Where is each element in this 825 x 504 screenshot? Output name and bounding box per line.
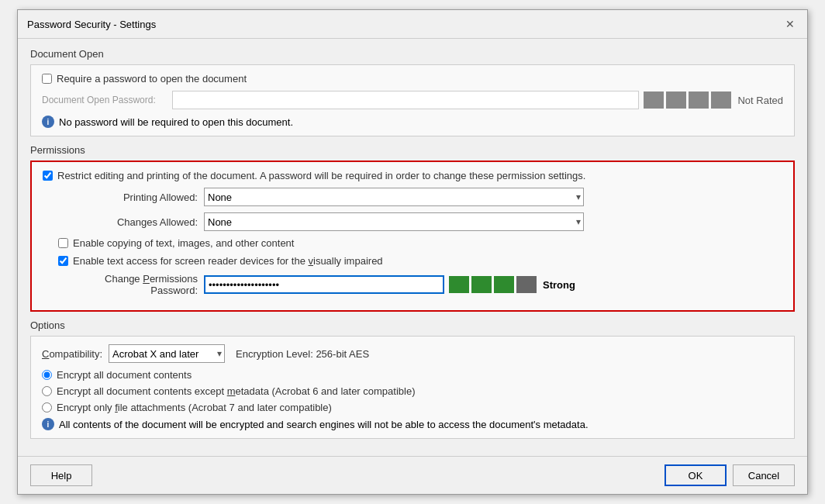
strength-bar-1 (644, 91, 664, 109)
encrypt-all-row: Encrypt all document contents (42, 369, 783, 381)
changes-row: Changes Allowed: None Inserting, deletin… (58, 212, 782, 231)
permissions-strength-bars (449, 276, 537, 293)
restrict-label: Restrict editing and printing of the doc… (57, 170, 585, 181)
require-password-label: Require a password to open the document (57, 73, 247, 85)
enable-copy-checkbox[interactable] (58, 238, 68, 248)
permissions-password-row: Change Permissions Password: Strong (58, 273, 782, 296)
document-open-label: Document Open (30, 48, 795, 60)
options-info-icon: i (42, 418, 54, 430)
changes-select-wrapper: None Inserting, deleting, and rotating p… (204, 212, 584, 231)
encrypt-all-radio[interactable] (42, 370, 52, 380)
changes-label: Changes Allowed: (58, 216, 198, 228)
encrypt-attachments-label: Encrypt only file attachments (Acrobat 7… (57, 402, 332, 413)
restrict-row: Restrict editing and printing of the doc… (43, 170, 782, 181)
help-button[interactable]: Help (30, 464, 92, 486)
printing-select-wrapper: None Low Resolution (150 dpi) High Resol… (204, 188, 584, 206)
perm-strength-bar-2 (471, 276, 492, 293)
password-security-dialog: Password Security - Settings ✕ Document … (17, 9, 808, 495)
dialog-title: Password Security - Settings (27, 19, 156, 30)
enable-copy-label: Enable copying of text, images, and othe… (73, 237, 294, 249)
permissions-password-label: Change Permissions Password: (58, 273, 198, 296)
require-password-row: Require a password to open the document (42, 73, 783, 85)
encrypt-except-meta-label: Encrypt all document contents except met… (57, 385, 416, 397)
permissions-label: Permissions (30, 144, 795, 156)
permissions-section: Restrict editing and printing of the doc… (30, 161, 795, 312)
encryption-level: Encryption Level: 256-bit AES (236, 348, 369, 360)
screen-reader-label: Enable text access for screen reader dev… (73, 255, 383, 267)
encrypt-attachments-row: Encrypt only file attachments (Acrobat 7… (42, 402, 783, 413)
encryption-level-value: 256-bit AES (316, 348, 369, 360)
options-info-row: i All contents of the document will be e… (42, 418, 783, 430)
strength-bar-4 (711, 91, 731, 109)
perm-strength-bar-4 (516, 276, 537, 293)
compatibility-row: Compatibility: Acrobat X and later Acrob… (42, 344, 783, 363)
footer-right: OK Cancel (664, 464, 795, 486)
perm-strength-bar-3 (494, 276, 514, 293)
dialog-content: Document Open Require a password to open… (18, 39, 807, 456)
dialog-footer: Help OK Cancel (18, 456, 807, 494)
doc-info-row: i No password will be required to open t… (42, 116, 783, 128)
enable-copy-row: Enable copying of text, images, and othe… (58, 237, 782, 249)
cancel-button[interactable]: Cancel (733, 464, 795, 486)
compatibility-select-wrapper: Acrobat X and later Acrobat 6 and later … (109, 344, 225, 363)
doc-password-row: Document Open Password: Not Rated (42, 91, 783, 109)
options-label: Options (30, 319, 795, 331)
info-icon: i (42, 116, 54, 128)
encrypt-all-label: Encrypt all document contents (57, 369, 192, 381)
doc-password-input[interactable] (172, 91, 639, 109)
encryption-level-label: Encryption Level: (236, 348, 313, 360)
compatibility-label: Compatibility: (42, 348, 102, 360)
strength-bar-3 (689, 91, 709, 109)
screen-reader-checkbox[interactable] (58, 256, 68, 266)
printing-select[interactable]: None Low Resolution (150 dpi) High Resol… (204, 188, 584, 206)
document-open-section: Require a password to open the document … (30, 64, 795, 136)
doc-password-label: Document Open Password: (42, 95, 166, 105)
doc-strength-bars (644, 91, 731, 109)
require-password-checkbox[interactable] (42, 74, 52, 84)
compatibility-select[interactable]: Acrobat X and later Acrobat 6 and later … (109, 344, 225, 363)
ok-button[interactable]: OK (664, 464, 727, 486)
changes-select[interactable]: None Inserting, deleting, and rotating p… (204, 212, 584, 231)
strength-bar-2 (666, 91, 686, 109)
not-rated-label: Not Rated (737, 95, 783, 106)
encrypt-attachments-radio[interactable] (42, 402, 52, 413)
close-icon[interactable]: ✕ (782, 16, 798, 32)
options-section: Compatibility: Acrobat X and later Acrob… (30, 336, 795, 439)
options-info-text: All contents of the document will be enc… (59, 419, 589, 430)
perm-strength-bar-1 (449, 276, 469, 293)
title-bar: Password Security - Settings ✕ (18, 10, 807, 39)
encrypt-except-meta-radio[interactable] (42, 386, 52, 396)
encrypt-except-meta-row: Encrypt all document contents except met… (42, 385, 783, 397)
printing-label: Printing Allowed: (58, 192, 198, 203)
permissions-password-input[interactable] (204, 275, 444, 294)
restrict-checkbox[interactable] (43, 171, 53, 181)
strength-label: Strong (543, 279, 575, 291)
screen-reader-row: Enable text access for screen reader dev… (58, 255, 782, 267)
doc-info-text: No password will be required to open thi… (59, 116, 293, 128)
printing-row: Printing Allowed: None Low Resolution (1… (58, 188, 782, 206)
